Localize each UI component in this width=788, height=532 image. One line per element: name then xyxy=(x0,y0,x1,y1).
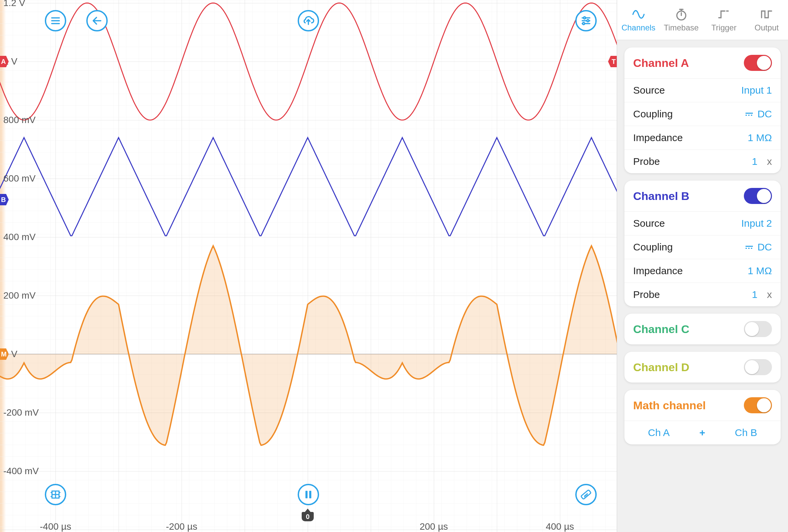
math-left-operand[interactable]: Ch A xyxy=(648,427,670,438)
svg-point-9 xyxy=(584,17,586,19)
y-axis-label: 1.2 V xyxy=(3,0,25,8)
sliders-icon xyxy=(580,15,592,26)
channel-d-title: Channel D xyxy=(633,361,689,374)
channel-b-toggle[interactable] xyxy=(744,188,772,204)
math-channel-card: Math channel Ch A + Ch B xyxy=(625,390,781,445)
dc-icon xyxy=(746,246,753,249)
pause-button[interactable] xyxy=(298,484,319,505)
cloud-upload-button[interactable] xyxy=(298,10,319,32)
x-axis-label: 200 µs xyxy=(420,521,448,532)
svg-rect-21 xyxy=(306,491,308,498)
channel-b-source-row[interactable]: Source Input 2 xyxy=(625,211,781,235)
channel-c-card: Channel C xyxy=(625,314,781,344)
math-channel-title: Math channel xyxy=(633,399,706,412)
y-axis-label: 200 mV xyxy=(3,290,36,301)
tab-label: Trigger xyxy=(711,23,736,33)
tab-label: Timebase xyxy=(664,23,698,33)
channel-a-card: Channel A Source Input 1 Coupling DC Imp… xyxy=(625,47,781,173)
stopwatch-icon xyxy=(674,8,689,21)
channel-a-impedance-row[interactable]: Impedance 1 MΩ xyxy=(625,126,781,150)
svg-rect-1 xyxy=(0,0,617,532)
tab-label: Output xyxy=(754,23,779,33)
grid-and-traces xyxy=(0,0,617,532)
channel-d-card: Channel D xyxy=(625,352,781,382)
math-channel-toggle[interactable] xyxy=(744,397,772,413)
y-axis-label: 800 mV xyxy=(3,115,36,125)
svg-line-24 xyxy=(584,496,585,497)
oscilloscope-plot[interactable]: 1.2 V1 V800 mV600 mV400 mV200 mV0 V-200 … xyxy=(0,0,617,532)
math-operator[interactable]: + xyxy=(700,427,705,438)
menu-button[interactable] xyxy=(45,10,66,32)
channel-b-coupling-row[interactable]: Coupling DC xyxy=(625,235,781,259)
math-right-operand[interactable]: Ch B xyxy=(735,427,757,438)
svg-rect-22 xyxy=(309,491,311,498)
channel-c-toggle[interactable] xyxy=(744,321,772,337)
y-axis-label: -400 mV xyxy=(3,466,39,476)
channel-a-source-row[interactable]: Source Input 1 xyxy=(625,78,781,102)
x-axis-label: -200 µs xyxy=(166,521,197,532)
y-axis-label: 600 mV xyxy=(3,173,36,184)
svg-line-26 xyxy=(586,494,588,495)
svg-line-25 xyxy=(585,495,587,496)
x-axis-label: -400 µs xyxy=(40,521,71,532)
panel-tabs: Channels Timebase Trigger Output xyxy=(617,0,788,40)
measure-button[interactable] xyxy=(575,484,597,505)
pause-icon xyxy=(303,490,313,499)
sine-icon xyxy=(631,8,646,21)
channel-b-impedance-row[interactable]: Impedance 1 MΩ xyxy=(625,259,781,282)
tab-trigger[interactable]: Trigger xyxy=(703,0,746,40)
tab-label: Channels xyxy=(622,23,655,33)
channel-a-title: Channel A xyxy=(633,57,689,70)
cards-container: Channel A Source Input 1 Coupling DC Imp… xyxy=(617,40,788,532)
dc-icon xyxy=(746,113,753,116)
time-zero-marker[interactable]: 0 xyxy=(302,512,314,521)
menu-icon xyxy=(50,15,61,26)
back-button[interactable] xyxy=(86,10,108,32)
autoset-button[interactable] xyxy=(45,484,66,505)
square-wave-icon xyxy=(759,8,774,21)
y-axis-label: 400 mV xyxy=(3,232,36,242)
ruler-icon xyxy=(580,489,592,500)
svg-point-11 xyxy=(587,20,589,22)
channel-b-probe-row[interactable]: Probe 1 x xyxy=(625,282,781,306)
channel-b-title: Channel B xyxy=(633,190,689,203)
y-axis-label: -200 mV xyxy=(3,407,39,418)
channel-a-coupling-row[interactable]: Coupling DC xyxy=(625,102,781,126)
x-axis-label: 400 µs xyxy=(546,521,574,532)
arrow-left-icon xyxy=(91,15,103,26)
tab-timebase[interactable]: Timebase xyxy=(660,0,703,40)
channel-d-toggle[interactable] xyxy=(744,359,772,375)
settings-button[interactable] xyxy=(575,10,597,32)
cloud-upload-icon xyxy=(302,14,315,27)
channel-c-title: Channel C xyxy=(633,323,689,336)
side-panel: Channels Timebase Trigger Output Channel… xyxy=(617,0,788,532)
channel-a-probe-row[interactable]: Probe 1 x xyxy=(625,150,781,173)
tab-channels[interactable]: Channels xyxy=(617,0,660,40)
channel-b-card: Channel B Source Input 2 Coupling DC Imp… xyxy=(625,181,781,306)
autoset-icon xyxy=(50,489,62,500)
tab-output[interactable]: Output xyxy=(745,0,788,40)
channel-a-toggle[interactable] xyxy=(744,55,772,71)
trigger-icon xyxy=(716,8,731,21)
svg-point-13 xyxy=(583,22,585,24)
